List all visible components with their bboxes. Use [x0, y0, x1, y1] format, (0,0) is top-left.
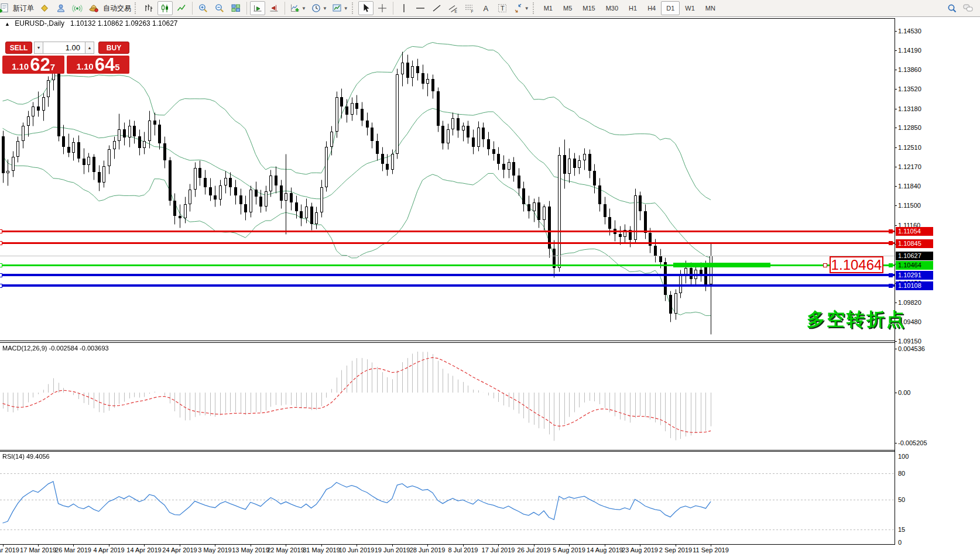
timeframe-mn[interactable]: MN: [700, 1, 721, 15]
horizontal-line-object[interactable]: [0, 242, 895, 244]
bar-chart-button[interactable]: [141, 1, 156, 15]
chart-shift-icon: [269, 3, 279, 13]
sell-button[interactable]: SELL: [5, 42, 32, 54]
price-badge: 1.10464: [896, 261, 933, 270]
candlestick-chart-button[interactable]: [157, 1, 173, 15]
symbol-period-label: EURUSD-,Daily: [15, 19, 64, 27]
signals-button[interactable]: [70, 1, 85, 15]
crosshair-button[interactable]: [375, 1, 390, 15]
rsi-pane-canvas[interactable]: [0, 451, 895, 544]
pane-divider[interactable]: [0, 342, 895, 343]
trendline-icon: [431, 3, 442, 13]
volume-down-button[interactable]: ▼: [34, 42, 43, 54]
annotation-handle[interactable]: [823, 263, 827, 267]
new-order-button[interactable]: [0, 1, 11, 15]
toolbar-separator: [246, 2, 247, 15]
pane-divider[interactable]: [0, 450, 895, 451]
date-tick-label: 22 May 2019: [267, 546, 304, 553]
timeframe-d1[interactable]: D1: [661, 1, 680, 15]
pane-divider[interactable]: [0, 341, 895, 341]
macd-tick-label: 0.00: [898, 389, 910, 396]
signals-icon: [72, 3, 83, 13]
rsi-tick-label: 100: [898, 453, 909, 460]
market-watch-button[interactable]: [53, 1, 68, 15]
toolbar-drag-handle[interactable]: [135, 2, 138, 14]
volume-input[interactable]: [43, 42, 85, 54]
add-indicator-button[interactable]: ▼: [288, 1, 308, 15]
fibonacci-button[interactable]: F: [462, 1, 477, 15]
price-tick-label: 1.13520: [898, 85, 921, 92]
date-tick-label: 17 Mar 2019: [20, 546, 56, 553]
line-endpoint-handle[interactable]: [0, 284, 2, 288]
price-axis-line[interactable]: [895, 18, 895, 545]
buy-button[interactable]: BUY: [98, 42, 129, 54]
zoom-out-button[interactable]: [212, 1, 227, 15]
channel-button[interactable]: E: [446, 1, 461, 15]
price-chart-canvas[interactable]: [0, 17, 895, 341]
macd-pane-canvas[interactable]: [0, 342, 895, 450]
line-endpoint-handle[interactable]: [0, 263, 2, 267]
chevron-down-icon: ▼: [323, 6, 327, 11]
horizontal-line-button[interactable]: [413, 1, 428, 15]
line-endpoint-handle[interactable]: [889, 229, 893, 233]
line-endpoint-handle[interactable]: [0, 229, 2, 233]
timeframe-m1[interactable]: M1: [539, 1, 558, 15]
autotrade-button[interactable]: [86, 1, 101, 15]
trendline-button[interactable]: [429, 1, 444, 15]
trend-segment-object[interactable]: [673, 263, 770, 267]
horizontal-line-object[interactable]: [0, 231, 895, 232]
auto-scroll-button[interactable]: [250, 1, 265, 15]
date-tick-label: 26 Jul 2019: [518, 546, 551, 553]
horizontal-line-object[interactable]: [0, 274, 895, 276]
volume-up-button[interactable]: ▲: [85, 42, 94, 54]
date-tick-label: 31 May 2019: [303, 546, 340, 553]
timeframe-h4[interactable]: H4: [642, 1, 661, 15]
vertical-line-button[interactable]: [396, 1, 412, 15]
date-tick-label: 14 Aug 2019: [587, 546, 623, 553]
new-order-label[interactable]: 新订单: [13, 4, 34, 13]
zoom-in-button[interactable]: [196, 1, 211, 15]
collapse-panel-icon[interactable]: ▲: [5, 21, 10, 27]
horizontal-line-object[interactable]: [0, 284, 895, 287]
price-tick-label: 1.12170: [898, 163, 921, 170]
fibonacci-icon: F: [464, 3, 475, 13]
channel-icon: E: [448, 3, 458, 13]
arrows-button[interactable]: ▼: [511, 1, 531, 15]
line-endpoint-handle[interactable]: [889, 284, 893, 288]
chat-button[interactable]: [961, 1, 976, 15]
toolbar-drag-handle[interactable]: [533, 2, 536, 14]
text-button[interactable]: A: [478, 1, 494, 15]
toolbar-drag-handle[interactable]: [352, 2, 355, 14]
search-button[interactable]: [944, 1, 960, 15]
timeframe-m30[interactable]: M30: [601, 1, 623, 15]
template-button[interactable]: ▼: [330, 1, 350, 15]
zoom-in-icon: [198, 3, 208, 13]
line-endpoint-handle[interactable]: [889, 263, 893, 267]
line-endpoint-handle[interactable]: [0, 273, 2, 277]
timeframe-m15[interactable]: M15: [577, 1, 600, 15]
turning-point-annotation[interactable]: 多空转折点: [807, 307, 906, 332]
price-tick-label: 1.14190: [898, 47, 921, 54]
timeframe-m5[interactable]: M5: [558, 1, 577, 15]
pane-divider[interactable]: [0, 451, 895, 452]
line-endpoint-handle[interactable]: [0, 241, 2, 245]
periods-button[interactable]: ▼: [309, 1, 329, 15]
macd-tick-label: -0.005205: [898, 439, 927, 446]
buy-price[interactable]: 1.10 64 5: [67, 56, 129, 74]
autotrade-label[interactable]: 自动交易: [103, 4, 131, 13]
chart-shift-button[interactable]: [266, 1, 282, 15]
date-tick-label: 23 Aug 2019: [622, 546, 658, 553]
tile-windows-button[interactable]: [228, 1, 244, 15]
metaeditor-button[interactable]: [37, 1, 52, 15]
timeframe-w1[interactable]: W1: [680, 1, 700, 15]
chart-window[interactable]: 1.145301.141901.138601.135201.131801.128…: [0, 17, 980, 557]
level-annotation[interactable]: 1.10464: [830, 256, 883, 273]
line-chart-button[interactable]: [174, 1, 189, 15]
sell-price[interactable]: 1.10 62 7: [2, 56, 64, 74]
line-endpoint-handle[interactable]: [889, 273, 893, 277]
macd-signal-value: -0.003693: [80, 345, 109, 352]
line-endpoint-handle[interactable]: [889, 241, 893, 245]
text-label-button[interactable]: T: [495, 1, 510, 15]
timeframe-h1[interactable]: H1: [623, 1, 642, 15]
cursor-button[interactable]: [358, 1, 374, 15]
